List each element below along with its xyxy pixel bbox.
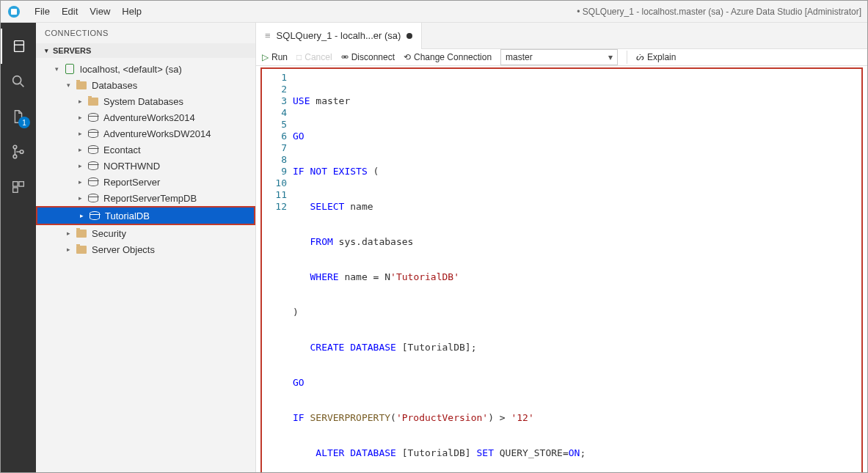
svg-rect-11 xyxy=(13,188,18,192)
activity-servers[interactable] xyxy=(1,29,36,64)
toolbar-separator xyxy=(627,51,627,64)
query-toolbar: ▷Run □Cancel ⚮Disconnect ⟲Change Connect… xyxy=(256,49,867,66)
tree-db-adventureworks2014[interactable]: ▸AdventureWorks2014 xyxy=(36,109,255,125)
tree-folder-security[interactable]: ▸Security xyxy=(36,225,255,241)
tree-db-reportserver[interactable]: ▸ReportServer xyxy=(36,174,255,190)
line-gutter: 123456789101112 xyxy=(262,69,293,473)
app-logo-icon xyxy=(7,4,21,19)
code-editor[interactable]: 123456789101112 USE master GO IF NOT EXI… xyxy=(260,67,863,473)
svg-rect-2 xyxy=(15,41,24,52)
folder-icon xyxy=(76,243,87,255)
folder-icon xyxy=(76,79,87,91)
code-content[interactable]: USE master GO IF NOT EXISTS ( SELECT nam… xyxy=(293,69,861,473)
svg-rect-1 xyxy=(11,9,17,15)
svg-point-6 xyxy=(13,145,17,149)
svg-point-4 xyxy=(13,76,21,84)
activity-extensions[interactable] xyxy=(1,169,36,205)
sidebar-section-servers[interactable]: SERVERS xyxy=(36,43,255,58)
dirty-indicator-icon xyxy=(406,33,412,39)
folder-icon xyxy=(87,95,99,107)
tree-folder-server-objects[interactable]: ▸Server Objects xyxy=(36,241,255,257)
window-title: • SQLQuery_1 - localhost.master (sa) - A… xyxy=(577,7,861,17)
tree-db-northwnd[interactable]: ▸NORTHWND xyxy=(36,158,255,174)
svg-rect-10 xyxy=(19,182,23,186)
database-icon xyxy=(87,111,99,123)
explorer-badge: 1 xyxy=(18,117,30,128)
svg-line-5 xyxy=(21,84,24,87)
svg-rect-9 xyxy=(13,182,18,186)
disconnect-icon: ⚮ xyxy=(341,52,349,62)
tree-db-econtact[interactable]: ▸Econtact xyxy=(36,142,255,158)
folder-icon xyxy=(76,227,87,239)
change-connection-icon: ⟲ xyxy=(404,52,411,62)
change-connection-button[interactable]: ⟲Change Connection xyxy=(404,52,492,62)
menu-view[interactable]: View xyxy=(84,6,116,17)
tree-folder-databases[interactable]: ▾Databases xyxy=(36,77,255,93)
play-icon: ▷ xyxy=(262,52,269,62)
tree-db-tutorialdb[interactable]: ▸TutorialDB xyxy=(36,206,255,225)
database-icon xyxy=(87,128,99,139)
activity-bar: 1 xyxy=(1,23,36,472)
server-tree: ▾localhost, <default> (sa) ▾Databases ▸S… xyxy=(36,58,255,260)
server-icon xyxy=(64,63,76,75)
tree-server[interactable]: ▾localhost, <default> (sa) xyxy=(36,61,255,77)
svg-point-8 xyxy=(20,150,23,154)
menu-help[interactable]: Help xyxy=(116,6,147,17)
tree-db-reportservertempdb[interactable]: ▸ReportServerTempDB xyxy=(36,190,255,206)
run-button[interactable]: ▷Run xyxy=(262,52,288,62)
sidebar-title: CONNECTIONS xyxy=(36,23,255,43)
explain-button[interactable]: ᔖExplain xyxy=(636,52,676,62)
activity-search[interactable] xyxy=(1,64,36,99)
explain-icon: ᔖ xyxy=(636,52,644,62)
database-icon xyxy=(87,192,99,204)
tree-db-adventureworksdw2014[interactable]: ▸AdventureWorksDW2014 xyxy=(36,125,255,142)
svg-point-7 xyxy=(13,155,17,158)
database-icon xyxy=(87,144,99,155)
activity-explorer[interactable]: 1 xyxy=(1,99,36,134)
menubar: File Edit View Help • SQLQuery_1 - local… xyxy=(1,1,867,23)
database-icon xyxy=(89,210,101,221)
stop-icon: □ xyxy=(296,52,302,62)
editor-tabs: ≡ SQLQuery_1 - localh...er (sa) xyxy=(256,23,867,49)
disconnect-button[interactable]: ⚮Disconnect xyxy=(341,52,395,62)
database-icon xyxy=(87,160,99,172)
tree-db-system[interactable]: ▸System Databases xyxy=(36,93,255,109)
activity-source-control[interactable] xyxy=(1,134,36,169)
file-icon: ≡ xyxy=(265,30,271,41)
editor-column: ≡ SQLQuery_1 - localh...er (sa) ▷Run □Ca… xyxy=(256,23,867,472)
database-select[interactable]: master xyxy=(500,49,618,65)
tab-label: SQLQuery_1 - localh...er (sa) xyxy=(277,30,401,41)
sidebar: CONNECTIONS SERVERS ▾localhost, <default… xyxy=(36,23,256,472)
database-icon xyxy=(87,176,99,188)
tab-sqlquery1[interactable]: ≡ SQLQuery_1 - localh...er (sa) xyxy=(256,23,422,49)
menu-file[interactable]: File xyxy=(29,6,56,17)
cancel-button[interactable]: □Cancel xyxy=(296,52,332,62)
menu-edit[interactable]: Edit xyxy=(56,6,84,17)
